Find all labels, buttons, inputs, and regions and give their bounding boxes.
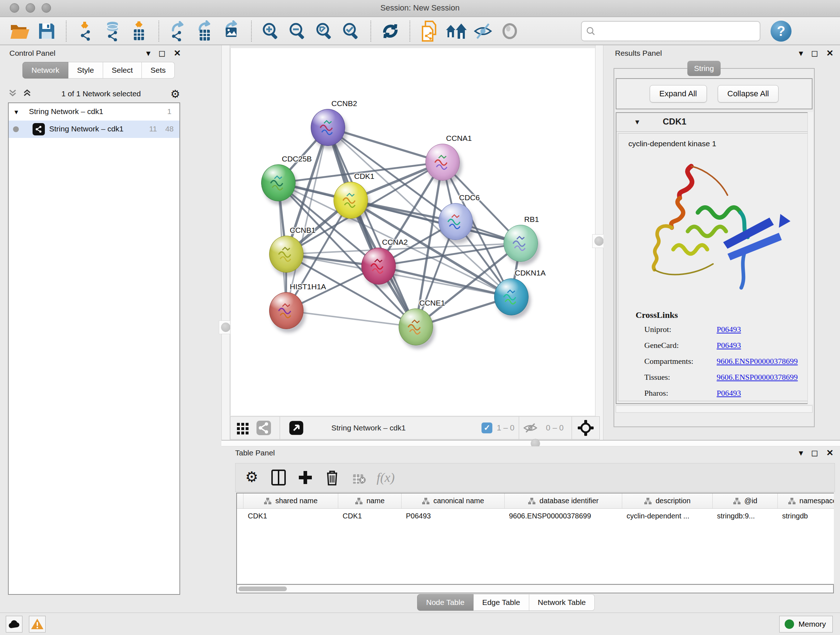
collapse-all-button[interactable]: Collapse All xyxy=(718,85,779,103)
results-panel-maximize-icon[interactable]: ◻ xyxy=(811,48,818,58)
network-node-ccnb2[interactable] xyxy=(311,109,345,146)
tab-network-table[interactable]: Network Table xyxy=(529,594,595,611)
split-columns-button[interactable] xyxy=(268,467,289,488)
table-hscrollbar[interactable] xyxy=(236,585,834,593)
results-panel-float-icon[interactable]: ▾ xyxy=(799,48,803,58)
export-image-button[interactable] xyxy=(220,19,243,43)
network-from-selection-button[interactable] xyxy=(418,19,441,43)
gene-collapse-arrow-icon[interactable]: ▾ xyxy=(635,117,639,127)
table-row[interactable]: CDK1CDK1P064939606.ENSP00000378699cyclin… xyxy=(237,509,834,524)
network-row[interactable]: String Network – cdk1 11 48 xyxy=(9,120,180,138)
network-node-ccna1[interactable] xyxy=(425,144,460,181)
delete-table-button[interactable] xyxy=(348,467,370,488)
control-panel-float-icon[interactable]: ▾ xyxy=(146,48,150,58)
show-home-button[interactable] xyxy=(445,19,468,43)
function-builder-button[interactable]: f(x) xyxy=(375,467,396,488)
column-header-canonical-name[interactable]: canonical name xyxy=(401,494,505,508)
tab-string[interactable]: String xyxy=(687,61,721,76)
expand-all-icon[interactable] xyxy=(22,88,32,99)
network-node-cdc25b[interactable] xyxy=(261,165,295,201)
network-node-ccnb1[interactable] xyxy=(269,236,303,272)
network-view[interactable]: CCNB2 CCNA1 CDC25B CDK1 CDC6 RB1 CCNB1 C… xyxy=(230,48,595,416)
hide-selected-button[interactable] xyxy=(471,19,494,43)
delete-column-button[interactable] xyxy=(321,467,343,488)
network-share-gray-icon[interactable] xyxy=(256,421,271,435)
network-node-cdc6[interactable] xyxy=(439,203,473,240)
save-session-button[interactable] xyxy=(35,19,58,43)
add-column-button[interactable] xyxy=(294,467,316,488)
column-header-namespace[interactable]: namespace xyxy=(778,494,834,508)
memory-button[interactable]: Memory xyxy=(779,616,833,632)
birds-eye-grid-icon[interactable] xyxy=(236,421,249,434)
results-vscrollbar[interactable] xyxy=(807,112,813,404)
horizontal-splitter[interactable] xyxy=(221,440,840,447)
network-node-rb1[interactable] xyxy=(504,225,538,262)
control-panel-close-icon[interactable]: ✕ xyxy=(174,48,181,58)
table-cell: stringdb xyxy=(778,509,834,524)
results-panel: Results Panel ▾ ◻ ✕ String Expand All Co… xyxy=(603,45,840,440)
tab-network[interactable]: Network xyxy=(22,62,68,79)
table-panel-close-icon[interactable]: ✕ xyxy=(826,448,834,458)
right-splitter[interactable] xyxy=(595,45,603,440)
help-button[interactable]: ? xyxy=(771,21,791,42)
crosslink-link[interactable]: 9606.ENSP00000378699 xyxy=(717,372,798,382)
expand-all-button[interactable]: Expand All xyxy=(650,85,707,103)
tab-edge-table[interactable]: Edge Table xyxy=(474,594,529,611)
network-edge[interactable] xyxy=(286,310,416,327)
results-panel-close-icon[interactable]: ✕ xyxy=(826,48,834,58)
column-header-description[interactable]: description xyxy=(622,494,713,508)
selected-checkbox-icon[interactable]: ✓ xyxy=(482,423,493,433)
show-hidden-button[interactable] xyxy=(498,19,521,43)
import-network-database-button[interactable] xyxy=(101,19,124,43)
collection-expand-arrow-icon[interactable]: ▾ xyxy=(14,108,18,116)
network-node-hist1h1a[interactable] xyxy=(269,292,303,329)
apply-preferred-layout-button[interactable] xyxy=(379,19,402,43)
crosslink-link[interactable]: P06493 xyxy=(717,388,741,398)
export-view-icon[interactable] xyxy=(289,420,304,435)
network-node-cdkn1a[interactable] xyxy=(494,279,529,315)
protein-thumbnail xyxy=(444,211,467,233)
table-panel-float-icon[interactable]: ▾ xyxy=(799,448,803,458)
warnings-button[interactable] xyxy=(29,616,46,632)
network-node-ccna2[interactable] xyxy=(362,248,396,285)
cloud-status-button[interactable] xyxy=(6,616,22,632)
search-input[interactable] xyxy=(595,23,760,39)
open-session-button[interactable] xyxy=(8,19,32,43)
crosslink-link[interactable]: P06493 xyxy=(717,325,741,334)
birds-eye-view-icon[interactable] xyxy=(578,420,594,436)
network-options-gear-icon[interactable]: ⚙ xyxy=(171,88,180,100)
column-header-shared-name[interactable]: shared name xyxy=(243,494,338,508)
tab-sets[interactable]: Sets xyxy=(142,62,175,79)
tab-node-table[interactable]: Node Table xyxy=(417,594,474,611)
column-header--id[interactable]: @id xyxy=(713,494,778,508)
results-hscrollbar[interactable] xyxy=(616,405,813,413)
export-table-button[interactable] xyxy=(194,19,217,43)
hidden-eye-slash-icon[interactable] xyxy=(523,422,538,434)
column-header-database-identifier[interactable]: database identifier xyxy=(505,494,622,508)
network-edge[interactable] xyxy=(328,127,442,162)
protein-structure-image xyxy=(637,159,793,304)
left-splitter[interactable] xyxy=(221,45,230,440)
tab-style[interactable]: Style xyxy=(68,62,103,79)
zoom-in-button[interactable] xyxy=(259,19,283,43)
fit-content-button[interactable] xyxy=(313,19,336,43)
network-node-ccne1[interactable] xyxy=(399,309,433,345)
zoom-selected-button[interactable] xyxy=(340,19,363,43)
network-node-cdk1[interactable] xyxy=(333,182,368,219)
column-header-name[interactable]: name xyxy=(338,494,401,508)
zoom-out-button[interactable] xyxy=(286,19,309,43)
import-network-file-button[interactable] xyxy=(74,19,97,43)
network-collection-row[interactable]: ▾ String Network – cdk1 1 xyxy=(9,103,180,120)
crosslink-link[interactable]: P06493 xyxy=(717,340,741,350)
crosslink-link[interactable]: 9606.ENSP00000378699 xyxy=(717,356,798,366)
export-network-button[interactable] xyxy=(167,19,190,43)
table-settings-button[interactable]: ⚙ xyxy=(241,467,263,488)
protein-thumbnail xyxy=(275,244,298,265)
tab-select[interactable]: Select xyxy=(103,62,142,79)
collapse-all-icon[interactable] xyxy=(8,88,17,99)
gene-section-header[interactable]: ▾ CDK1 xyxy=(616,113,812,132)
table-panel-maximize-icon[interactable]: ◻ xyxy=(811,448,818,458)
table-hscrollbar-thumb[interactable] xyxy=(238,586,287,591)
control-panel-maximize-icon[interactable]: ◻ xyxy=(158,48,166,58)
import-table-file-button[interactable] xyxy=(128,19,151,43)
